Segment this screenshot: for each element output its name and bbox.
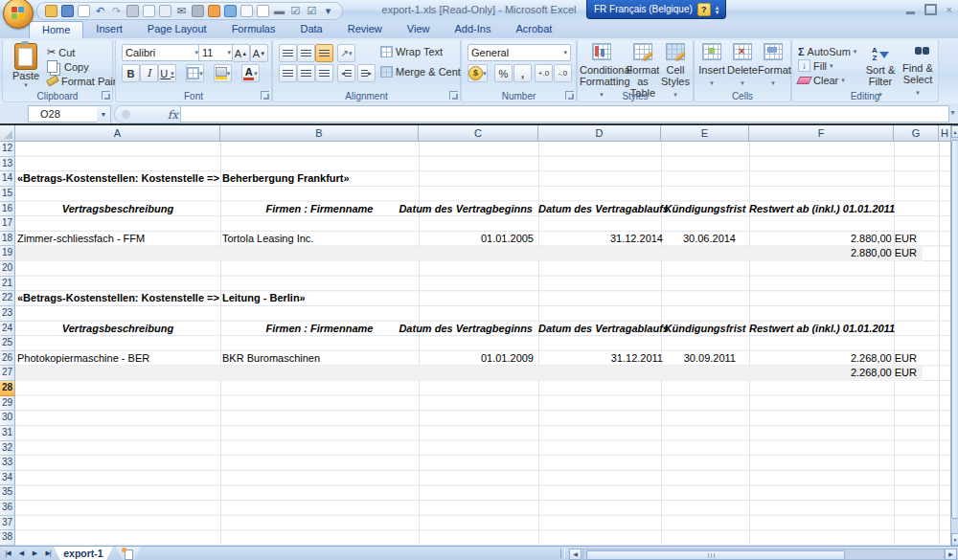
- row-header-24[interactable]: 24: [0, 322, 15, 337]
- language-bar[interactable]: FR Français (Belgique) ? ▴▾: [586, 0, 726, 19]
- language-bar-options-icon[interactable]: ▴▾: [716, 5, 719, 14]
- column-header-f[interactable]: F: [749, 125, 894, 142]
- number-dialog-launcher[interactable]: [565, 91, 574, 100]
- increase-indent-button[interactable]: ▸: [357, 64, 376, 82]
- cell-ablauf-1[interactable]: 31.12.2014: [538, 232, 663, 247]
- next-sheet-icon[interactable]: ▶: [29, 548, 40, 559]
- last-sheet-icon[interactable]: ▶|: [42, 548, 54, 559]
- tab-scrollbar-split-handle[interactable]: [560, 549, 565, 558]
- insert-cells-button[interactable]: Insert▾: [696, 43, 727, 87]
- cell-beginn-1[interactable]: 01.01.2005: [419, 232, 534, 247]
- row-header-29[interactable]: 29: [0, 396, 15, 412]
- row-header-18[interactable]: 18: [0, 232, 15, 247]
- cell-beschreibung-1[interactable]: Zimmer-schliessfach - FFM: [17, 232, 145, 247]
- tab-add-ins[interactable]: Add-Ins: [442, 21, 503, 38]
- row-header-12[interactable]: 12: [0, 142, 15, 157]
- align-left-button[interactable]: [279, 64, 297, 82]
- autosum-button[interactable]: ΣAutoSum▾: [798, 44, 856, 58]
- row-header-20[interactable]: 20: [0, 261, 15, 277]
- align-right-button[interactable]: [315, 64, 333, 82]
- cell-frist-2[interactable]: 30.09.2011: [661, 351, 736, 367]
- section-2-title[interactable]: «Betrags-Kostenstellen: Kostenstelle => …: [17, 291, 306, 306]
- font-size-combo[interactable]: 11▾: [198, 44, 235, 61]
- row-header-15[interactable]: 15: [0, 187, 15, 202]
- formula-input[interactable]: [180, 105, 949, 123]
- column-header-d[interactable]: D: [538, 125, 661, 142]
- scroll-left-icon[interactable]: ◀: [569, 549, 582, 560]
- header2-vertragablauf[interactable]: Datum des Vertragablaufs: [538, 322, 663, 337]
- bold-button[interactable]: B: [122, 64, 140, 82]
- row-header-23[interactable]: 23: [0, 306, 15, 322]
- delete-cells-button[interactable]: × Delete▾: [727, 43, 758, 87]
- scroll-right-icon[interactable]: ▶: [945, 549, 957, 560]
- borders-button[interactable]: ▾: [186, 64, 204, 82]
- italic-button[interactable]: I: [140, 64, 158, 82]
- grow-font-button[interactable]: A▲: [232, 44, 250, 62]
- header2-kuendigungsfrist[interactable]: Kündigungsfrist: [661, 322, 749, 337]
- tab-review[interactable]: Review: [335, 21, 395, 38]
- bottom-align-button[interactable]: [315, 44, 333, 62]
- orientation-button[interactable]: ↗▾: [337, 44, 355, 62]
- row-header-30[interactable]: 30: [0, 411, 15, 426]
- cell-total-1[interactable]: 2.880,00 EUR: [749, 246, 917, 261]
- column-header-b[interactable]: B: [220, 125, 419, 142]
- accounting-format-button[interactable]: $▾: [468, 64, 488, 82]
- tab-insert[interactable]: Insert: [83, 21, 135, 38]
- row-header-32[interactable]: 32: [0, 441, 15, 457]
- row-header-34[interactable]: 34: [0, 471, 15, 486]
- font-dialog-launcher[interactable]: [261, 91, 269, 100]
- row-header-22[interactable]: 22: [0, 291, 15, 306]
- increase-decimal-button[interactable]: +.0: [535, 64, 553, 82]
- row-header-35[interactable]: 35: [0, 485, 15, 501]
- row-header-28[interactable]: 28: [0, 381, 15, 396]
- format-cells-button[interactable]: Format▾: [758, 43, 788, 87]
- select-all-corner[interactable]: [0, 125, 15, 142]
- header-vertragbeginn[interactable]: Datum des Vertragbeginns: [364, 202, 533, 217]
- worksheet-grid[interactable]: «Betrags-Kostenstellen: Kostenstelle => …: [15, 142, 951, 546]
- row-header-17[interactable]: 17: [0, 216, 15, 232]
- cell-total-2[interactable]: 2.268,00 EUR: [749, 366, 917, 381]
- name-box-dropdown-icon[interactable]: ▼: [97, 105, 111, 124]
- scroll-up-icon[interactable]: ▲: [951, 125, 958, 138]
- horizontal-scrollbar[interactable]: [582, 549, 945, 560]
- header2-vertragsbeschreibung[interactable]: Vertragsbeschreibung: [15, 322, 220, 337]
- first-sheet-icon[interactable]: |◀: [2, 548, 13, 559]
- row-header-13[interactable]: 13: [0, 157, 15, 172]
- row-header-38[interactable]: 38: [0, 530, 15, 546]
- cell-beschreibung-2[interactable]: Photokopiermaschine - BER: [17, 351, 149, 367]
- row-header-26[interactable]: 26: [0, 351, 15, 367]
- fill-button[interactable]: ↓Fill▾: [798, 58, 856, 73]
- tab-view[interactable]: View: [395, 21, 443, 38]
- insert-worksheet-tab[interactable]: [116, 547, 141, 560]
- cell-restwert-2[interactable]: 2.268,00 EUR: [749, 351, 917, 367]
- prev-sheet-icon[interactable]: ◀: [15, 548, 27, 559]
- underline-button[interactable]: U ▾: [158, 64, 176, 82]
- language-help-icon[interactable]: ?: [697, 3, 711, 16]
- row-header-33[interactable]: 33: [0, 456, 15, 471]
- horizontal-scroll-thumb[interactable]: [586, 550, 845, 560]
- find-select-button[interactable]: Find & Select▾: [900, 43, 936, 97]
- section-1-title[interactable]: «Betrags-Kostenstellen: Kostenstelle => …: [17, 171, 350, 187]
- cell-frist-1[interactable]: 30.06.2014: [661, 232, 736, 247]
- paste-button[interactable]: Paste▾: [7, 43, 45, 89]
- clear-button[interactable]: Clear▾: [798, 73, 856, 87]
- row-header-16[interactable]: 16: [0, 202, 15, 217]
- font-color-button[interactable]: A▾: [241, 64, 260, 82]
- number-format-combo[interactable]: General▾: [468, 44, 571, 61]
- row-header-36[interactable]: 36: [0, 501, 15, 516]
- fill-color-button[interactable]: ▾: [214, 64, 232, 82]
- cell-restwert-1[interactable]: 2.880,00 EUR: [749, 232, 917, 247]
- font-family-combo[interactable]: Calibri▾: [122, 44, 202, 61]
- vertical-scroll-thumb[interactable]: [951, 140, 958, 519]
- insert-function-button[interactable]: fx: [114, 105, 187, 123]
- middle-align-button[interactable]: [297, 44, 315, 62]
- column-header-g[interactable]: G: [894, 125, 939, 142]
- decrease-indent-button[interactable]: ◂: [337, 64, 355, 82]
- wrap-text-button[interactable]: Wrap Text: [380, 46, 443, 57]
- clipboard-dialog-launcher[interactable]: [102, 91, 110, 100]
- tab-formulas[interactable]: Formulas: [219, 21, 288, 38]
- restore-button[interactable]: [924, 4, 937, 15]
- formula-bar-expand-icon[interactable]: ▼: [949, 109, 956, 116]
- top-align-button[interactable]: [279, 44, 297, 62]
- cell-firma-1[interactable]: Tortola Leasing Inc.: [222, 232, 313, 247]
